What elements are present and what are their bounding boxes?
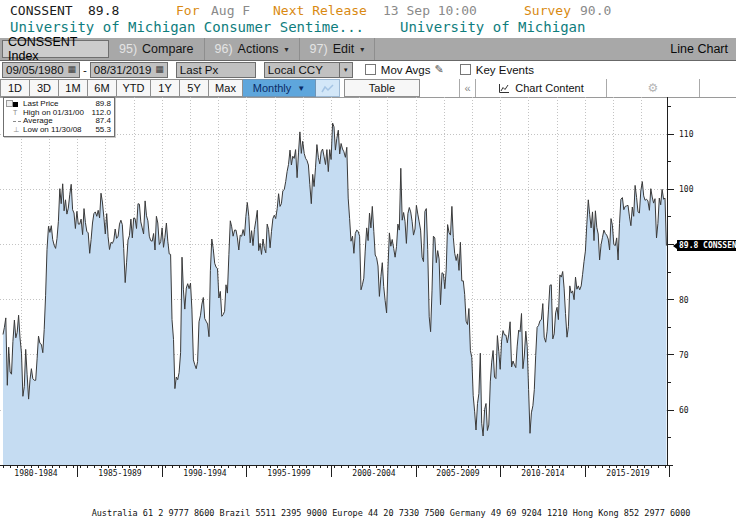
line-chart-icon bbox=[321, 83, 334, 94]
last-price-marker-icon bbox=[13, 102, 23, 107]
price-field-input[interactable]: Last Px bbox=[176, 62, 256, 78]
y-axis-tick-100: 100 bbox=[679, 185, 713, 194]
key-events-label: Key Events bbox=[476, 64, 534, 76]
tab-1y[interactable]: 1Y bbox=[151, 79, 180, 97]
menu-key: 97) bbox=[310, 42, 328, 56]
tab-5y[interactable]: 5Y bbox=[180, 79, 209, 97]
mov-avgs-label: Mov Avgs bbox=[381, 64, 431, 76]
period-toolbar: 1D 3D 1M 6M YTD 1Y 5Y Max Monthly ▼ Tabl… bbox=[0, 79, 736, 98]
last-value: 89.8 bbox=[88, 3, 119, 18]
date-from-input[interactable]: 09/05/1980 ▦ bbox=[2, 62, 80, 78]
currency-select[interactable]: Local CCY bbox=[264, 62, 340, 78]
tab-ytd[interactable]: YTD bbox=[117, 79, 151, 97]
y-axis-tick-60: 60 bbox=[679, 406, 713, 415]
next-release-value: 13 Sep 10:00 bbox=[383, 3, 477, 18]
price-chart[interactable]: Last Price 89.8 T High on 01/31/00 112.0… bbox=[0, 97, 736, 480]
calendar-icon[interactable]: ▦ bbox=[67, 65, 76, 74]
security-subheader: University of Michigan Consumer Sentime.… bbox=[0, 19, 736, 36]
toolbar-spacer bbox=[420, 79, 460, 97]
low-marker-icon: ⊥ bbox=[13, 126, 23, 135]
x-axis-label: 2000-2004 bbox=[339, 469, 409, 478]
menu-edit[interactable]: 97) Edit ▾ bbox=[300, 38, 376, 60]
tab-6m[interactable]: 6M bbox=[88, 79, 117, 97]
date-range-dash: - bbox=[83, 64, 87, 76]
date-to-input[interactable]: 08/31/2019 ▦ bbox=[90, 62, 168, 78]
next-release-label: Next Release bbox=[273, 3, 367, 18]
source-name: University of Michigan bbox=[400, 19, 585, 35]
chart-legend[interactable]: Last Price 89.8 T High on 01/31/00 112.0… bbox=[3, 97, 115, 137]
security-name: University of Michigan Consumer Sentime.… bbox=[10, 19, 364, 35]
x-axis-label: 2010-2014 bbox=[508, 469, 578, 478]
last-price-axis-tag: 89.8 CONSSENT bbox=[677, 240, 736, 251]
toolbar-tail bbox=[700, 79, 736, 97]
menu-actions[interactable]: 96) Actions ▾ bbox=[205, 38, 300, 60]
function-titlebar: CONSSENT Index 95) Compare 96) Actions ▾… bbox=[0, 38, 736, 61]
calendar-icon[interactable]: ▦ bbox=[155, 65, 164, 74]
chart-content-button[interactable]: Chart Content bbox=[476, 79, 607, 97]
menu-key: 96) bbox=[215, 42, 233, 56]
terminal-footer: Australia 61 2 9777 8600 Brazil 5511 239… bbox=[0, 488, 736, 530]
y-axis-tick-110: 110 bbox=[679, 130, 713, 139]
legend-expander-icon[interactable] bbox=[6, 100, 13, 107]
security-input[interactable]: CONSSENT Index bbox=[2, 40, 109, 58]
x-axis-label: 1980-1984 bbox=[1, 469, 71, 478]
mov-avgs-checkbox[interactable] bbox=[365, 64, 376, 75]
average-marker-icon bbox=[13, 121, 23, 122]
survey-value: 90.0 bbox=[580, 3, 611, 18]
chart-type-label: Line Chart bbox=[670, 42, 728, 56]
chevron-down-icon: ▾ bbox=[285, 45, 289, 54]
line-chart-style-button[interactable] bbox=[316, 79, 340, 97]
tab-1m[interactable]: 1M bbox=[59, 79, 88, 97]
y-axis-tick-70: 70 bbox=[679, 351, 713, 360]
pencil-icon[interactable]: ✎ bbox=[435, 63, 444, 76]
tab-3d[interactable]: 3D bbox=[30, 79, 59, 97]
y-axis-tick-80: 80 bbox=[679, 296, 713, 305]
table-button[interactable]: Table bbox=[344, 79, 420, 97]
ticker-symbol: CONSSENT bbox=[10, 3, 73, 18]
key-events-checkbox[interactable] bbox=[460, 64, 471, 75]
menu-key: 95) bbox=[119, 42, 137, 56]
chevron-down-icon: ▾ bbox=[360, 45, 364, 54]
gear-icon: ⚙ bbox=[648, 81, 659, 95]
tab-1d[interactable]: 1D bbox=[0, 79, 30, 97]
survey-label: Survey bbox=[524, 3, 571, 18]
frequency-select[interactable]: Monthly ▼ bbox=[243, 79, 316, 97]
for-label: For bbox=[176, 3, 199, 18]
x-axis-label: 1995-1999 bbox=[254, 469, 324, 478]
chart-canvas[interactable] bbox=[0, 97, 736, 480]
high-marker-icon: T bbox=[13, 109, 23, 118]
currency-dropdown-button[interactable]: ▼ bbox=[340, 62, 353, 78]
security-header: CONSSENT 89.8 For Aug F Next Release 13 … bbox=[0, 3, 736, 19]
tab-max[interactable]: Max bbox=[209, 79, 243, 97]
chart-controls: 09/05/1980 ▦ - 08/31/2019 ▦ Last Px Loca… bbox=[0, 60, 736, 79]
x-axis-label: 1985-1989 bbox=[85, 469, 155, 478]
x-axis-label: 2005-2009 bbox=[423, 469, 493, 478]
collapse-panel-button[interactable]: « bbox=[460, 79, 476, 97]
footer-phones-line1: Australia 61 2 9777 8600 Brazil 5511 239… bbox=[0, 508, 736, 518]
x-axis-label: 1990-1994 bbox=[170, 469, 240, 478]
chevron-down-icon: ▼ bbox=[297, 84, 305, 93]
for-value: Aug F bbox=[211, 3, 250, 18]
legend-low: ⊥ Low on 11/30/08 55.3 bbox=[7, 126, 111, 135]
chart-content-icon bbox=[498, 83, 510, 94]
settings-cell[interactable]: ⚙ bbox=[607, 79, 700, 97]
menu-compare[interactable]: 95) Compare bbox=[109, 38, 205, 60]
x-axis-label: 2015-2019 bbox=[593, 469, 663, 478]
chevron-down-icon: ▼ bbox=[343, 67, 349, 73]
